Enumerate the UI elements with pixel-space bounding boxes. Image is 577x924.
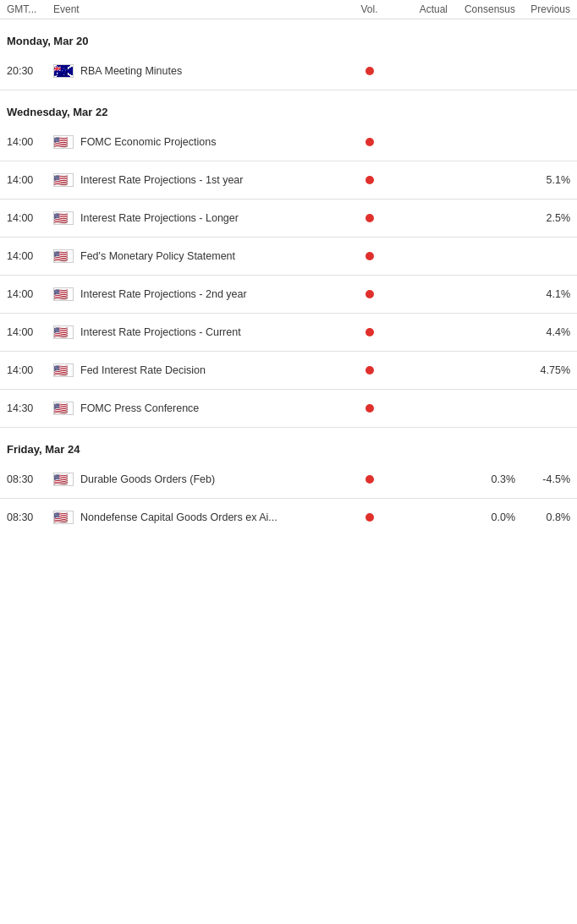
high-volatility-dot xyxy=(365,176,374,184)
event-time: 08:30 xyxy=(7,511,53,523)
table-row: 14:00Fed Interest Rate Decision4.75% xyxy=(0,352,577,390)
event-name: Fed's Monetary Policy Statement xyxy=(80,250,350,262)
volatility-indicator xyxy=(350,214,388,222)
previous-value: -4.5% xyxy=(515,473,570,485)
date-section: Monday, Mar 20 xyxy=(0,19,577,52)
header-vol: Vol. xyxy=(350,3,388,15)
event-name: Durable Goods Orders (Feb) xyxy=(80,473,350,485)
us-flag-icon xyxy=(53,511,74,524)
us-flag-icon xyxy=(53,287,74,301)
date-section: Friday, Mar 24 xyxy=(0,428,577,461)
event-time: 14:00 xyxy=(7,364,53,376)
table-row: 14:00FOMC Economic Projections xyxy=(0,123,577,161)
table-row: 20:30RBA Meeting Minutes xyxy=(0,52,577,90)
previous-value: 2.5% xyxy=(515,212,570,224)
previous-value: 0.8% xyxy=(515,511,570,523)
event-time: 14:00 xyxy=(7,174,53,186)
date-label: Monday, Mar 20 xyxy=(7,35,89,47)
high-volatility-dot xyxy=(365,366,374,375)
header-actual: Actual xyxy=(388,3,448,15)
previous-value: 4.1% xyxy=(515,288,570,300)
high-volatility-dot xyxy=(365,214,374,222)
volatility-indicator xyxy=(350,475,388,484)
previous-value: 4.4% xyxy=(515,326,570,338)
high-volatility-dot xyxy=(365,404,374,413)
previous-value: 5.1% xyxy=(515,174,570,186)
event-time: 14:00 xyxy=(7,288,53,300)
event-time: 14:00 xyxy=(7,250,53,262)
header-row: GMT... Event Vol. Actual Consensus Previ… xyxy=(0,0,577,19)
calendar-content: Monday, Mar 2020:30RBA Meeting MinutesWe… xyxy=(0,19,577,536)
table-row: 08:30Nondefense Capital Goods Orders ex … xyxy=(0,499,577,536)
previous-value: 4.75% xyxy=(515,364,570,376)
volatility-indicator xyxy=(350,366,388,375)
volatility-indicator xyxy=(350,252,388,260)
event-name: Nondefense Capital Goods Orders ex Ai... xyxy=(80,511,350,523)
event-time: 14:30 xyxy=(7,402,53,414)
us-flag-icon xyxy=(53,364,74,377)
event-name: FOMC Economic Projections xyxy=(80,136,350,148)
us-flag-icon xyxy=(53,135,74,149)
header-gmt: GMT... xyxy=(7,3,53,15)
volatility-indicator xyxy=(350,176,388,184)
high-volatility-dot xyxy=(365,513,374,522)
event-name: RBA Meeting Minutes xyxy=(80,65,350,77)
table-row: 08:30Durable Goods Orders (Feb)0.3%-4.5% xyxy=(0,461,577,499)
date-section: Wednesday, Mar 22 xyxy=(0,90,577,123)
event-time: 14:00 xyxy=(7,136,53,148)
high-volatility-dot xyxy=(365,328,374,336)
header-consensus: Consensus xyxy=(448,3,515,15)
australia-flag-icon xyxy=(53,64,74,78)
date-label: Friday, Mar 24 xyxy=(7,443,80,456)
table-row: 14:00Fed's Monetary Policy Statement xyxy=(0,238,577,276)
consensus-value: 0.3% xyxy=(448,473,515,485)
high-volatility-dot xyxy=(365,252,374,260)
high-volatility-dot xyxy=(365,290,374,298)
event-name: Interest Rate Projections - Longer xyxy=(80,212,350,224)
event-name: Interest Rate Projections - 1st year xyxy=(80,174,350,186)
event-time: 14:00 xyxy=(7,326,53,338)
event-name: Fed Interest Rate Decision xyxy=(80,364,350,376)
volatility-indicator xyxy=(350,290,388,298)
us-flag-icon xyxy=(53,473,74,486)
header-event: Event xyxy=(53,3,350,15)
volatility-indicator xyxy=(350,513,388,522)
event-time: 14:00 xyxy=(7,212,53,224)
volatility-indicator xyxy=(350,67,388,75)
event-time: 08:30 xyxy=(7,473,53,485)
us-flag-icon xyxy=(53,249,74,263)
table-row: 14:30FOMC Press Conference xyxy=(0,390,577,428)
table-row: 14:00Interest Rate Projections - 1st yea… xyxy=(0,161,577,200)
volatility-indicator xyxy=(350,404,388,413)
date-label: Wednesday, Mar 22 xyxy=(7,106,107,118)
high-volatility-dot xyxy=(365,67,374,75)
us-flag-icon xyxy=(53,211,74,225)
consensus-value: 0.0% xyxy=(448,511,515,523)
us-flag-icon xyxy=(53,173,74,187)
event-name: Interest Rate Projections - 2nd year xyxy=(80,288,350,300)
table-row: 14:00Interest Rate Projections - Longer2… xyxy=(0,200,577,238)
event-time: 20:30 xyxy=(7,65,53,77)
volatility-indicator xyxy=(350,328,388,336)
event-name: Interest Rate Projections - Current xyxy=(80,326,350,338)
volatility-indicator xyxy=(350,138,388,146)
us-flag-icon xyxy=(53,325,74,339)
header-previous: Previous xyxy=(515,3,570,15)
table-row: 14:00Interest Rate Projections - Current… xyxy=(0,314,577,352)
high-volatility-dot xyxy=(365,475,374,484)
high-volatility-dot xyxy=(365,138,374,146)
us-flag-icon xyxy=(53,402,74,415)
table-row: 14:00Interest Rate Projections - 2nd yea… xyxy=(0,276,577,314)
event-name: FOMC Press Conference xyxy=(80,402,350,414)
